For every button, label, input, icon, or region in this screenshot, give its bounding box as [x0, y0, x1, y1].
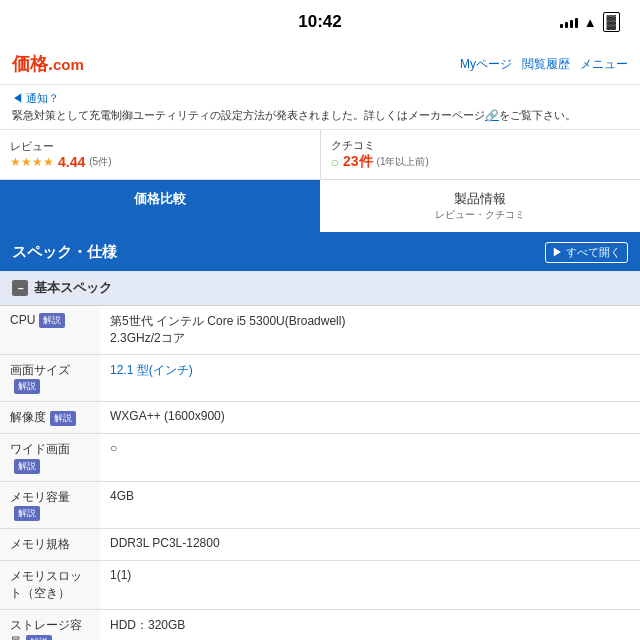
spec-hint-badge[interactable]: 解説	[14, 459, 40, 474]
tab-review-sub-label: レビュー・クチコミ	[328, 208, 632, 222]
spec-value-cell: 12.1 型(インチ)	[100, 355, 640, 402]
spec-label-cell: ワイド画面解説	[0, 434, 100, 481]
spec-value-cell: 第5世代 インテル Core i5 5300U(Broadwell)2.3GHz…	[100, 306, 640, 355]
table-row: メモリスロット（空き）1(1)	[0, 560, 640, 609]
kuchikomi-count: 23件	[343, 153, 373, 171]
rating-count: (5件)	[89, 155, 111, 169]
review-label: レビュー	[10, 139, 111, 154]
spec-section-header: スペック・仕様 ▶ すべて開く	[0, 234, 640, 271]
spec-value-cell: DDR3L PC3L-12800	[100, 528, 640, 560]
spec-label-cell: CPU解説	[0, 306, 100, 355]
spec-value-cell: WXGA++ (1600x900)	[100, 402, 640, 434]
basic-spec-header: － 基本スペック	[0, 271, 640, 306]
spec-label-cell: メモリ容量解説	[0, 481, 100, 528]
status-bar: 10:42 ▲ ▓	[0, 0, 640, 44]
tab-product-info[interactable]: 製品情報 レビュー・クチコミ	[320, 180, 640, 232]
spec-label-cell: 解像度解説	[0, 402, 100, 434]
table-row: メモリ規格DDR3L PC3L-12800	[0, 528, 640, 560]
spec-hint-badge[interactable]: 解説	[14, 506, 40, 521]
header-links: Myページ 閲覧履歴 メニュー	[460, 56, 628, 73]
kuchikomi-label: クチコミ	[331, 138, 429, 153]
logo-com: com	[53, 56, 84, 73]
kuchikomi-box: クチコミ ○ 23件 (1年以上前)	[321, 130, 641, 179]
tab-navigation: 価格比較 製品情報 レビュー・クチコミ	[0, 180, 640, 234]
tab-product-info-label: 製品情報	[454, 191, 506, 206]
spec-table: CPU解説第5世代 インテル Core i5 5300U(Broadwell)2…	[0, 306, 640, 640]
table-row: ワイド画面解説○	[0, 434, 640, 481]
menu-link[interactable]: メニュー	[580, 56, 628, 73]
spec-value-cell: HDD：320GB	[100, 609, 640, 640]
spec-label-cell: 画面サイズ解説	[0, 355, 100, 402]
status-icons: ▲ ▓	[560, 12, 620, 32]
site-logo: 価格.com	[12, 52, 84, 76]
logo-price: 価格	[12, 54, 48, 74]
history-link[interactable]: 閲覧履歴	[522, 56, 570, 73]
site-header: 価格.com Myページ 閲覧履歴 メニュー	[0, 44, 640, 85]
spec-hint-badge[interactable]: 解説	[50, 411, 76, 426]
status-time: 10:42	[298, 12, 341, 32]
spec-hint-badge[interactable]: 解説	[14, 379, 40, 394]
spec-label-cell: ストレージ容量解説	[0, 609, 100, 640]
spec-label-cell: メモリスロット（空き）	[0, 560, 100, 609]
expand-all-button[interactable]: ▶ すべて開く	[545, 242, 628, 263]
back-link[interactable]: ◀ 通知？	[12, 92, 59, 104]
stars-icon: ★★★★	[10, 155, 54, 169]
notification-text: 緊急対策として充電制御ユーティリティの設定方法が発表されました。詳しくはメーカー…	[12, 108, 628, 123]
signal-bars-icon	[560, 16, 578, 28]
table-row: 画面サイズ解説12.1 型(インチ)	[0, 355, 640, 402]
kuchikomi-circle-icon: ○	[331, 154, 339, 170]
mypage-link[interactable]: Myページ	[460, 56, 512, 73]
battery-icon: ▓	[603, 12, 620, 32]
table-row: メモリ容量解説4GB	[0, 481, 640, 528]
spec-value-cell: 1(1)	[100, 560, 640, 609]
collapse-button[interactable]: －	[12, 280, 28, 296]
kuchikomi-period: (1年以上前)	[377, 155, 429, 169]
tab-price-compare[interactable]: 価格比較	[0, 180, 320, 232]
spec-hint-badge[interactable]: 解説	[26, 635, 52, 640]
table-row: 解像度解説WXGA++ (1600x900)	[0, 402, 640, 434]
table-row: ストレージ容量解説HDD：320GB	[0, 609, 640, 640]
notification-bar: ◀ 通知？ 緊急対策として充電制御ユーティリティの設定方法が発表されました。詳し…	[0, 85, 640, 130]
wifi-icon: ▲	[584, 15, 597, 30]
rating-value: 4.44	[58, 154, 85, 170]
table-row: CPU解説第5世代 インテル Core i5 5300U(Broadwell)2…	[0, 306, 640, 355]
spec-value-cell: ○	[100, 434, 640, 481]
spec-value-cell: 4GB	[100, 481, 640, 528]
tab-price-compare-label: 価格比較	[134, 191, 186, 206]
basic-spec-label: 基本スペック	[34, 279, 112, 297]
spec-section-title: スペック・仕様	[12, 243, 117, 262]
spec-hint-badge[interactable]: 解説	[39, 313, 65, 328]
review-box: レビュー ★★★★ 4.44 (5件)	[0, 130, 321, 179]
spec-label-cell: メモリ規格	[0, 528, 100, 560]
maker-page-link[interactable]: 🔗	[485, 109, 499, 121]
review-section: レビュー ★★★★ 4.44 (5件) クチコミ ○ 23件 (1年以上前)	[0, 130, 640, 180]
